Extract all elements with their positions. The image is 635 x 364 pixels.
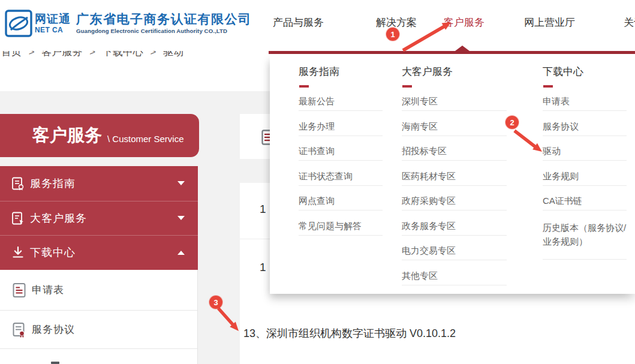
sidebar-item-service-guide[interactable]: 服务指南	[0, 166, 198, 201]
sidebar-title: 客户服务 \ Customer Service	[0, 114, 199, 157]
header: 网证通 NET CA 广东省电子商务认证有限公司 Guangdong Elect…	[0, 0, 635, 51]
title-underline-dash	[402, 85, 412, 88]
mega-item-gov-services-zone[interactable]: 政务服务专区	[402, 215, 507, 240]
sidebar-submenu: 申请表 服务协议	[0, 270, 198, 364]
chevron-down-icon	[177, 181, 185, 185]
mega-item-bidding-zone[interactable]: 招投标专区	[402, 140, 507, 166]
nav-customer-service[interactable]: 客户服务	[444, 16, 484, 29]
mega-item-certificate-query[interactable]: 证书查询	[299, 140, 383, 166]
sidebar-item-label: 大客户服务	[30, 211, 87, 225]
mega-item-history-versions[interactable]: 历史版本（服务协议/业务规则）	[543, 215, 627, 263]
nav-about[interactable]: 关于	[624, 16, 635, 29]
sidebar-item-label: 服务指南	[30, 176, 76, 191]
mega-item-other-zone[interactable]: 其他专区	[402, 265, 507, 290]
sidebar-item-label: 下载中心	[30, 245, 76, 260]
title-underline-dash	[543, 85, 553, 88]
sidebar-title-en: \ Customer Service	[107, 134, 184, 144]
company-name: 广东省电子商务认证有限公司 Guangdong Electronic Certi…	[76, 13, 252, 34]
sidebar-menu: 服务指南 大客户服务 下载中心	[0, 166, 198, 270]
agreement-doc-icon	[12, 322, 26, 338]
mega-item-service-agreement[interactable]: 服务协议	[543, 116, 627, 141]
sidebar-subitem-application-form[interactable]: 申请表	[0, 270, 197, 311]
nav-products-services[interactable]: 产品与服务	[273, 16, 324, 29]
list-item[interactable]: 1	[260, 203, 266, 216]
form-doc-icon	[12, 282, 26, 298]
mega-item-business-rules[interactable]: 业务规则	[543, 166, 627, 191]
list-item-driver-13[interactable]: 13、深圳市组织机构数字证书驱动 V0.10.1.2	[243, 326, 456, 341]
sidebar-item-key-accounts[interactable]: 大客户服务	[0, 201, 198, 236]
mega-item-faq[interactable]: 常见问题与解答	[299, 215, 383, 240]
sidebar-subitem-label: 申请表	[32, 283, 64, 297]
mega-item-medical-consumables-zone[interactable]: 医药耗材专区	[402, 166, 507, 191]
nav-solutions[interactable]: 解决方案	[376, 16, 417, 29]
sidebar-subitem-service-agreement[interactable]: 服务协议	[0, 311, 197, 349]
mega-column-title[interactable]: 服务指南	[299, 65, 339, 79]
netca-logo-icon	[5, 10, 32, 37]
sidebar-next-item-fragment	[51, 362, 59, 364]
mega-column-title[interactable]: 下载中心	[543, 65, 583, 79]
mega-item-ca-cert-chain[interactable]: CA证书链	[543, 190, 627, 215]
sidebar-item-download-center[interactable]: 下载中心	[0, 235, 198, 270]
logo-text: 网证通 NET CA	[35, 13, 71, 34]
sidebar-title-cn: 客户服务	[32, 124, 102, 148]
company-name-cn: 广东省电子商务认证有限公司	[76, 13, 252, 25]
sidebar-subitem-label: 服务协议	[32, 323, 75, 336]
mega-item-power-trading-zone[interactable]: 电力交易专区	[402, 240, 507, 265]
mega-item-gov-procurement-zone[interactable]: 政府采购专区	[402, 190, 507, 215]
title-underline-dash	[299, 85, 309, 88]
mega-item-application-form[interactable]: 申请表	[543, 91, 627, 116]
mega-item-branch-query[interactable]: 网点查询	[299, 190, 383, 215]
company-name-en: Guangdong Electronic Certification Autho…	[76, 28, 252, 34]
mega-column-title[interactable]: 大客户服务	[402, 65, 453, 79]
menu-pointer-caret	[455, 46, 470, 51]
customer-service-mega-menu: 服务指南 最新公告 业务办理 证书查询 证书状态查询 网点查询 常见问题与解答 …	[270, 54, 635, 294]
nav-online-hall[interactable]: 网上营业厅	[524, 16, 575, 29]
certificate-doc-icon	[11, 176, 25, 191]
logo[interactable]: 网证通 NET CA 广东省电子商务认证有限公司 Guangdong Elect…	[5, 10, 252, 37]
chevron-up-icon	[177, 251, 185, 255]
list-item[interactable]: 1	[260, 261, 266, 274]
mega-item-business-handling[interactable]: 业务办理	[299, 116, 383, 141]
mega-item-hainan-zone[interactable]: 海南专区	[402, 116, 507, 141]
mega-item-shenzhen-zone[interactable]: 深圳专区	[402, 91, 507, 116]
mega-item-latest-announcements[interactable]: 最新公告	[299, 91, 383, 116]
step-badge-3: 3	[209, 296, 222, 309]
mega-item-certificate-status-query[interactable]: 证书状态查询	[299, 166, 383, 191]
mega-item-driver[interactable]: 驱动	[543, 140, 627, 166]
page: 首页 > 客户服务 > 下载中心 > 驱动 1 1 13、深圳市组织机构数字证书…	[0, 0, 635, 364]
chevron-down-icon	[177, 216, 185, 220]
doc-pointer-icon	[11, 211, 25, 225]
logo-en: NET CA	[35, 26, 71, 34]
logo-cn: 网证通	[35, 13, 71, 25]
download-icon	[11, 245, 25, 260]
